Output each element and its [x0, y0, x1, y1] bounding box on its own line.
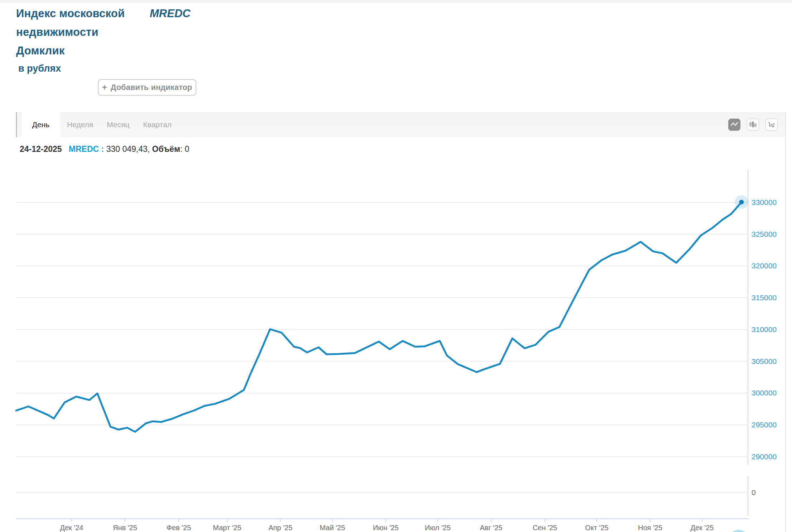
x-axis-label: Авг '25	[480, 524, 503, 532]
y-axis-label: 330000	[752, 198, 777, 206]
y-axis-label: 310000	[752, 325, 777, 334]
bottom-edge-logo-blob	[730, 530, 747, 532]
x-axis-label: Фев '25	[167, 524, 191, 532]
x-axis-label: Май '25	[320, 524, 345, 532]
y-axis-label: 290000	[752, 452, 777, 461]
y-axis-label: 325000	[752, 230, 777, 238]
volume-axis-label: 0	[752, 488, 756, 497]
last-point-marker[interactable]	[739, 200, 744, 205]
x-axis-label: Июн '25	[373, 524, 399, 532]
price-chart: 3300003250003200003150003100003050003000…	[0, 0, 792, 532]
x-axis-label: Март '25	[213, 524, 241, 532]
x-axis-label: Окт '25	[585, 524, 608, 532]
x-axis-label: Июл '25	[425, 524, 451, 532]
y-axis-label: 315000	[752, 293, 777, 302]
x-axis-label: Сен '25	[533, 524, 557, 532]
x-axis-label: Апр '25	[268, 524, 292, 532]
y-axis-label: 295000	[752, 421, 777, 429]
x-axis-label: Дек '25	[691, 524, 714, 532]
chart-widget: Индекс московской недвижимости Домклик M…	[0, 0, 792, 532]
y-axis-label: 300000	[752, 389, 777, 397]
x-axis-label: Ноя '25	[638, 524, 662, 532]
x-axis-label: Дек '24	[60, 524, 83, 532]
y-axis-label: 320000	[752, 262, 777, 270]
y-axis-label: 305000	[752, 357, 777, 365]
x-axis-label: Янв '25	[113, 524, 137, 532]
price-series-line[interactable]	[16, 202, 741, 432]
